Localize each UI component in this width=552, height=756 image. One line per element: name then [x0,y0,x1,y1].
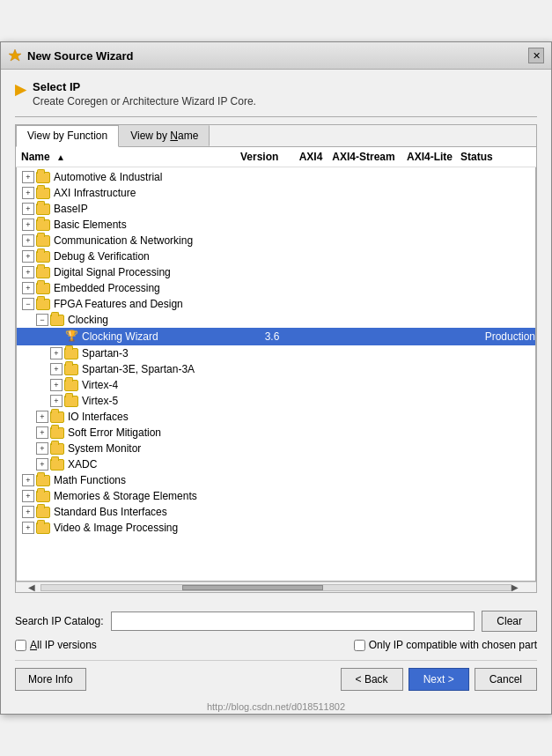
tree-item-math[interactable]: + Math Functions [17,472,535,488]
tree-item-sys-monitor[interactable]: + System Monitor [17,441,535,456]
divider [15,116,537,117]
tree-item-axi[interactable]: + AXI Infrastructure [17,185,535,201]
table-header: Name ▲ Version AXI4 AXI4-Stream AXI4-Lit… [16,147,536,167]
back-button[interactable]: < Back [341,668,403,691]
tree-item-spartan3[interactable]: + Spartan-3 [17,345,535,361]
tree-item-basic[interactable]: + Basic Elements [17,217,535,233]
more-info-button[interactable]: More Info [15,668,86,691]
tree-item-automotive[interactable]: + Automotive & Industrial [17,169,535,185]
col-version-label: Version [240,151,278,163]
clear-button[interactable]: Clear [482,611,537,632]
tabs-row: View by Function View by Name [16,125,536,147]
expand-video[interactable]: + [22,522,34,534]
search-input[interactable] [111,611,475,631]
folder-icon-comm [36,235,50,247]
expand-math[interactable]: + [22,474,34,486]
compatible-checkbox[interactable] [354,640,365,651]
label-video: Video & Image Processing [54,522,178,534]
label-axi: AXI Infrastructure [54,187,136,199]
tree-item-spartan3e[interactable]: + Spartan-3E, Spartan-3A [17,361,535,377]
no-expand-clocking-wizard [50,330,63,343]
all-ip-checkbox[interactable] [15,640,26,651]
tab-by-function-label: View by Function [27,130,107,142]
tree-item-fpga[interactable]: − FPGA Features and Design [17,296,535,312]
compatible-label: Only IP compatible with chosen part [369,639,537,651]
expand-fpga[interactable]: − [22,298,34,310]
scroll-thumb[interactable] [182,585,323,590]
label-clocking-wizard: Clocking Wizard [82,330,265,343]
expand-spartan3e[interactable]: + [50,363,63,375]
expand-sys-monitor[interactable]: + [36,442,48,455]
folder-icon-math [36,475,50,486]
expand-spartan3[interactable]: + [50,347,63,359]
tree-item-debug[interactable]: + Debug & Verification [17,248,535,264]
expand-dsp[interactable]: + [22,266,34,278]
expand-soft-error[interactable]: + [36,426,48,439]
folder-icon-dsp [36,267,50,278]
expand-automotive[interactable]: + [22,171,34,183]
folder-icon-embedded [36,283,50,294]
compatible-group: Only IP compatible with chosen part [354,639,537,651]
tree-body: + Automotive & Industrial + AXI Infrastr… [17,167,535,537]
title-bar-left: New Source Wizard [8,48,134,63]
label-fpga: FPGA Features and Design [54,298,183,310]
col-axi4-label: AXI4 [299,151,323,163]
step-header: ▶ Select IP Create Coregen or Architectu… [15,80,537,107]
expand-virtex5[interactable]: + [50,395,63,407]
col-name-label: Name [21,151,50,163]
label-comm: Communication & Networking [54,234,193,247]
bottom-area: Search IP Catalog: Clear All IP versions… [1,604,551,698]
expand-debug[interactable]: + [22,250,34,263]
tree-item-dsp[interactable]: + Digital Signal Processing [17,264,535,280]
label-dsp: Digital Signal Processing [54,266,171,278]
tree-item-clocking-wizard[interactable]: 🏆 Clocking Wizard 3.6 Production [17,328,535,345]
label-baseip: BaseIP [54,203,88,215]
content-area: ▶ Select IP Create Coregen or Architectu… [1,70,551,604]
tree-item-virtex5[interactable]: + Virtex-5 [17,393,535,409]
folder-icon-memories [36,491,50,502]
tree-item-baseip[interactable]: + BaseIP [17,201,535,217]
scroll-track[interactable] [40,584,512,591]
close-button[interactable]: ✕ [528,48,544,63]
expand-standard-bus[interactable]: + [22,506,34,518]
expand-virtex4[interactable]: + [50,379,63,391]
tree-item-soft-error[interactable]: + Soft Error Mitigation [17,425,535,441]
expand-xadc[interactable]: + [36,458,48,471]
tree-item-virtex4[interactable]: + Virtex-4 [17,377,535,393]
scroll-right-btn[interactable]: ▶ [512,582,524,592]
label-virtex4: Virtex-4 [82,379,118,391]
expand-io[interactable]: + [36,411,48,423]
cancel-button[interactable]: Cancel [475,668,537,691]
label-standard-bus: Standard Bus Interfaces [54,506,167,518]
expand-embedded[interactable]: + [22,282,34,294]
expand-clocking[interactable]: − [36,314,48,326]
label-math: Math Functions [54,474,126,486]
expand-basic[interactable]: + [22,219,34,231]
tab-by-function[interactable]: View by Function [16,125,119,147]
label-embedded: Embedded Processing [54,282,160,294]
trophy-icon-clocking-wizard: 🏆 [64,330,78,344]
expand-axi[interactable]: + [22,187,34,199]
tree-item-video[interactable]: + Video & Image Processing [17,520,535,536]
expand-baseip[interactable]: + [22,203,34,215]
watermark: http://blog.csdn.net/d018511802 [1,698,551,714]
label-spartan3: Spartan-3 [82,347,129,359]
expand-comm[interactable]: + [22,234,34,247]
tree-item-memories[interactable]: + Memories & Storage Elements [17,488,535,504]
tree-item-io[interactable]: + IO Interfaces [17,409,535,425]
folder-icon-spartan3 [64,348,78,359]
horizontal-scrollbar[interactable]: ◀ ▶ [16,582,536,592]
next-button[interactable]: Next > [408,668,469,691]
folder-icon-xadc [50,459,64,471]
expand-memories[interactable]: + [22,490,34,502]
col-status-label: Status [460,151,493,163]
tree-item-embedded[interactable]: + Embedded Processing [17,280,535,296]
label-memories: Memories & Storage Elements [54,490,197,502]
tree-item-clocking[interactable]: − Clocking [17,312,535,328]
scroll-left-btn[interactable]: ◀ [28,582,40,592]
tree-item-xadc[interactable]: + XADC [17,456,535,472]
tree-item-comm[interactable]: + Communication & Networking [17,233,535,248]
tab-by-name[interactable]: View by Name [119,125,210,146]
tree-item-standard-bus[interactable]: + Standard Bus Interfaces [17,504,535,520]
search-label: Search IP Catalog: [15,615,104,627]
